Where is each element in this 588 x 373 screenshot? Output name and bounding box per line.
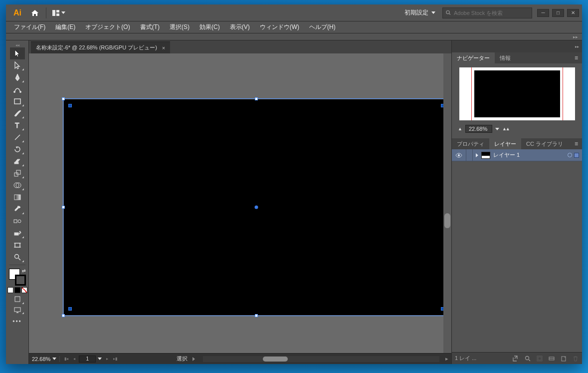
- menu-help[interactable]: ヘルプ(H): [304, 22, 341, 32]
- arrange-documents-button[interactable]: [50, 9, 67, 17]
- navigator-preview[interactable]: [459, 67, 575, 120]
- chevron-down-icon[interactable]: [98, 358, 102, 360]
- edit-toolbar-button[interactable]: •••: [12, 315, 22, 328]
- navigator-panel: ▲ 22.68% ▲▲: [452, 63, 582, 138]
- clipping-mask-icon[interactable]: [536, 355, 543, 362]
- menu-edit[interactable]: 編集(E): [50, 22, 80, 32]
- swap-fill-stroke-icon[interactable]: ⇄: [22, 268, 26, 273]
- eyedropper-tool[interactable]: [10, 203, 25, 215]
- gradient-tool[interactable]: [10, 191, 25, 203]
- type-tool[interactable]: T: [10, 119, 25, 131]
- panel-menu-icon[interactable]: ≡: [571, 54, 582, 61]
- tab-cc-libraries[interactable]: CC ライブラリ: [521, 138, 568, 149]
- shape-builder-tool[interactable]: [10, 179, 25, 191]
- next-artboard-button[interactable]: ▸: [104, 356, 111, 363]
- zoom-tool[interactable]: [10, 251, 25, 263]
- document-tab[interactable]: 名称未設定-6* @ 22.68% (RGB/GPU プレビュー) ×: [31, 41, 170, 53]
- menu-object[interactable]: オブジェクト(O): [80, 22, 135, 32]
- rotate-tool[interactable]: [10, 143, 25, 155]
- menu-effect[interactable]: 効果(C): [195, 22, 225, 32]
- artboard-tool[interactable]: [10, 239, 25, 251]
- visibility-toggle[interactable]: [455, 151, 463, 159]
- last-artboard-button[interactable]: ▸▮: [112, 356, 119, 363]
- vertical-scrollbar[interactable]: [443, 53, 451, 353]
- chevron-down-icon[interactable]: [495, 128, 499, 130]
- minimize-button[interactable]: ─: [537, 9, 549, 17]
- none-mode[interactable]: [21, 287, 27, 293]
- tab-properties[interactable]: プロパティ: [452, 138, 489, 149]
- color-mode[interactable]: [7, 287, 13, 293]
- menu-type[interactable]: 書式(T): [135, 22, 165, 32]
- draw-mode[interactable]: [10, 293, 25, 305]
- eraser-tool[interactable]: [10, 155, 25, 167]
- symbol-sprayer-tool[interactable]: [10, 227, 25, 239]
- new-layer-icon[interactable]: [560, 355, 567, 362]
- layers-tabs: プロパティ レイヤー CC ライブラリ ≡: [452, 138, 582, 149]
- blend-tool[interactable]: [10, 215, 25, 227]
- layers-panel: レイヤー 1 1 レイ ...: [452, 149, 582, 364]
- zoom-in-icon[interactable]: ▲▲: [502, 126, 509, 131]
- navigator-zoom-value[interactable]: 22.68%: [465, 125, 492, 133]
- layer-disclosure-icon[interactable]: [476, 153, 478, 157]
- selection-indicator[interactable]: [574, 153, 579, 158]
- tab-info[interactable]: 情報: [495, 52, 516, 63]
- stock-search-input[interactable]: [454, 10, 529, 16]
- color-mode-row: [7, 287, 27, 293]
- status-zoom[interactable]: 22.68%: [29, 356, 60, 362]
- chevron-down-icon: [52, 358, 56, 360]
- delete-layer-icon[interactable]: [572, 355, 579, 362]
- tab-navigator[interactable]: ナビゲーター: [452, 52, 495, 63]
- canvas[interactable]: [29, 53, 451, 353]
- locate-object-icon[interactable]: [524, 355, 531, 362]
- tab-layers[interactable]: レイヤー: [489, 138, 521, 149]
- curvature-tool[interactable]: [10, 83, 25, 95]
- first-artboard-button[interactable]: ▮◂: [63, 356, 70, 363]
- export-icon[interactable]: [512, 355, 519, 362]
- menu-view[interactable]: 表示(V): [225, 22, 255, 32]
- lock-toggle[interactable]: [466, 149, 473, 161]
- layer-thumbnail: [481, 152, 490, 159]
- panel-menu-icon[interactable]: ≡: [571, 140, 582, 147]
- screen-mode[interactable]: [10, 305, 25, 315]
- workspace-dropdown[interactable]: 初期設定: [400, 8, 439, 17]
- zoom-out-icon[interactable]: ▲: [458, 126, 462, 131]
- direct-selection-tool[interactable]: [10, 59, 25, 71]
- horizontal-scroll-thumb[interactable]: [263, 357, 288, 362]
- fill-stroke-control[interactable]: ⇄: [7, 268, 27, 287]
- close-button[interactable]: ✕: [567, 9, 579, 17]
- status-disclosure-icon[interactable]: [193, 357, 195, 361]
- layer-name[interactable]: レイヤー 1: [493, 151, 520, 159]
- scroll-right-button[interactable]: ▸: [442, 356, 451, 362]
- close-tab-icon[interactable]: ×: [162, 45, 165, 51]
- menu-file[interactable]: ファイル(F): [9, 22, 50, 32]
- panel-collapse-grip[interactable]: ▸▸: [452, 40, 582, 52]
- maximize-button[interactable]: □: [552, 9, 564, 17]
- layer-row[interactable]: レイヤー 1: [452, 149, 582, 161]
- stroke-swatch[interactable]: [15, 275, 26, 286]
- artboard-page-input[interactable]: [79, 356, 96, 363]
- paintbrush-tool[interactable]: [10, 107, 25, 119]
- gradient-mode[interactable]: [14, 287, 20, 293]
- menu-window[interactable]: ウィンドウ(W): [255, 22, 304, 32]
- pen-tool[interactable]: [10, 71, 25, 83]
- document-area: 名称未設定-6* @ 22.68% (RGB/GPU プレビュー) ×: [29, 40, 451, 364]
- status-selection-label: 選択: [177, 355, 188, 363]
- vertical-scroll-thumb[interactable]: [444, 213, 450, 228]
- layers-footer: 1 レイ ...: [452, 352, 582, 364]
- selection-tool[interactable]: [10, 47, 25, 59]
- rectangle-tool[interactable]: [10, 95, 25, 107]
- line-segment-tool[interactable]: [10, 131, 25, 143]
- panel-collapse-grip[interactable]: ◂◂: [15, 42, 19, 47]
- menu-select[interactable]: 選択(S): [165, 22, 195, 32]
- scale-tool[interactable]: [10, 167, 25, 179]
- horizontal-scrollbar[interactable]: [203, 356, 439, 362]
- new-sublayer-icon[interactable]: [548, 355, 555, 362]
- target-icon[interactable]: [568, 153, 572, 157]
- stock-search[interactable]: [442, 7, 532, 18]
- zoom-value: 22.68%: [32, 356, 50, 362]
- document-tabs: 名称未設定-6* @ 22.68% (RGB/GPU プレビュー) ×: [29, 40, 451, 53]
- home-button[interactable]: [28, 7, 42, 19]
- artboard[interactable]: [64, 99, 449, 315]
- svg-rect-13: [16, 170, 20, 174]
- prev-artboard-button[interactable]: ◂: [71, 356, 78, 363]
